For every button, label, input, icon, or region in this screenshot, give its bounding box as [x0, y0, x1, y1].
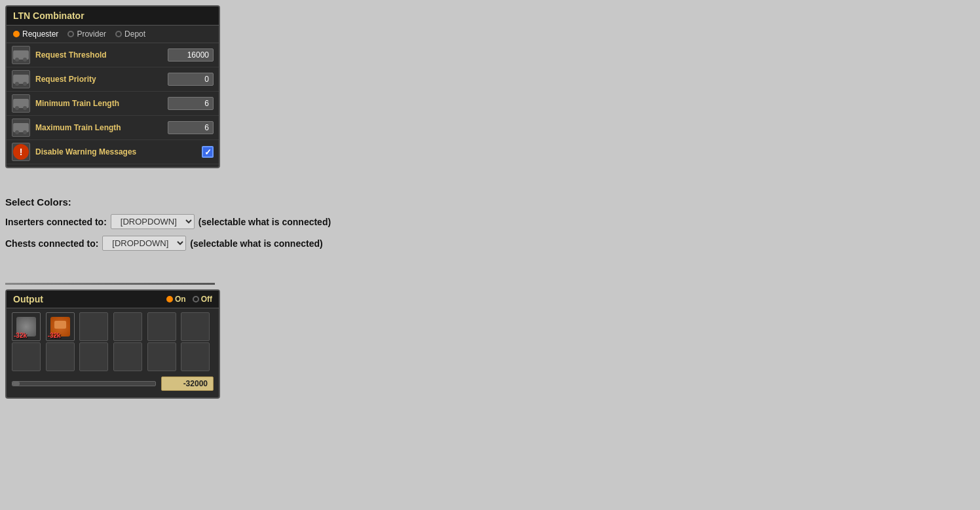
inserters-suffix: (selectable what is connected) — [198, 217, 331, 227]
signal-count-1: -32k — [14, 332, 27, 339]
tab-depot[interactable]: Depot — [115, 29, 145, 39]
inserters-label: Inserters connected to: — [5, 217, 107, 227]
maximum-train-length-label: Maximum Train Length — [35, 123, 168, 132]
checkmark-icon: ✓ — [204, 147, 212, 157]
toggle-on-label: On — [175, 295, 186, 304]
tab-depot-label: Depot — [124, 29, 145, 39]
signal-slot-10[interactable] — [113, 342, 142, 371]
output-panel: Output On Off -32k -32k — [5, 289, 220, 399]
request-priority-label: Request Priority — [35, 75, 168, 84]
ltn-panel: LTN Combinator Requester Provider Depot … — [5, 5, 220, 168]
slider-row: -32000 — [7, 374, 219, 393]
signal-slot-9[interactable] — [79, 342, 108, 371]
inserters-dropdown[interactable]: [DROPDOWN] — [111, 214, 195, 229]
minimum-train-length-icon — [12, 94, 30, 113]
signal-slot-4[interactable] — [113, 312, 142, 341]
output-title: Output — [13, 294, 43, 304]
minimum-train-length-input[interactable] — [168, 97, 214, 110]
minimum-train-length-label: Minimum Train Length — [35, 99, 168, 108]
tab-requester-radio — [13, 31, 20, 37]
signal-slot-5[interactable] — [147, 312, 176, 341]
maximum-train-length-input[interactable] — [168, 121, 214, 134]
warning-icon: ! — [13, 144, 29, 160]
signal-slot-2[interactable]: -32k — [46, 312, 75, 341]
output-toggle: On Off — [166, 295, 212, 304]
signal-slot-8[interactable] — [46, 342, 75, 371]
chests-line: Chests connected to: [DROPDOWN] (selecta… — [5, 236, 331, 251]
panel-divider — [5, 283, 215, 285]
output-toggle-off[interactable]: Off — [193, 295, 212, 304]
slider-value-box[interactable]: -32000 — [161, 376, 214, 391]
chests-dropdown[interactable]: [DROPDOWN] — [102, 236, 186, 251]
minimum-train-length-row: Minimum Train Length — [7, 92, 219, 116]
request-threshold-icon — [12, 46, 30, 64]
tab-provider-label: Provider — [77, 29, 106, 39]
toggle-off-radio — [193, 296, 199, 302]
chests-label: Chests connected to: — [5, 238, 98, 249]
tab-requester[interactable]: Requester — [13, 29, 58, 39]
ltn-title-bar: LTN Combinator — [7, 7, 219, 26]
maximum-train-length-row: Maximum Train Length — [7, 116, 219, 140]
request-threshold-input[interactable] — [168, 48, 214, 62]
signal-slot-12[interactable] — [181, 342, 210, 371]
request-priority-input[interactable] — [168, 73, 214, 86]
request-threshold-row: Request Threshold — [7, 43, 219, 67]
tab-requester-label: Requester — [22, 29, 58, 39]
signal-count-2: -32k — [48, 332, 61, 339]
disable-warning-icon: ! — [12, 143, 30, 161]
tab-provider-radio — [67, 31, 74, 37]
request-priority-icon — [12, 70, 30, 88]
disable-warning-messages-row: ! Disable Warning Messages ✓ — [7, 140, 219, 164]
tab-depot-radio — [115, 31, 122, 37]
tabs-row: Requester Provider Depot — [7, 26, 219, 43]
ltn-title: LTN Combinator — [13, 10, 85, 21]
disable-warning-checkbox[interactable]: ✓ — [202, 146, 214, 158]
toggle-on-radio — [166, 296, 173, 302]
select-colors-title: Select Colors: — [5, 196, 331, 208]
request-threshold-label: Request Threshold — [35, 50, 168, 60]
inserters-line: Inserters connected to: [DROPDOWN] (sele… — [5, 214, 331, 229]
request-priority-row: Request Priority — [7, 67, 219, 92]
signal-slot-7[interactable] — [12, 342, 41, 371]
signal-slot-6[interactable] — [181, 312, 210, 341]
output-toggle-on[interactable]: On — [166, 295, 186, 304]
signal-slot-3[interactable] — [79, 312, 108, 341]
tab-provider[interactable]: Provider — [67, 29, 106, 39]
signal-slot-1[interactable]: -32k — [12, 312, 41, 341]
output-title-bar: Output On Off — [7, 291, 219, 308]
disable-warning-label: Disable Warning Messages — [35, 147, 202, 156]
slider-track — [12, 381, 156, 386]
maximum-train-length-icon — [12, 118, 30, 137]
signal-slot-11[interactable] — [147, 342, 176, 371]
toggle-off-label: Off — [201, 295, 212, 304]
chests-suffix: (selectable what is connected) — [190, 238, 322, 249]
select-colors-section: Select Colors: Inserters connected to: [… — [5, 196, 331, 251]
signal-grid: -32k -32k — [7, 308, 219, 374]
slider-fill — [12, 382, 20, 386]
